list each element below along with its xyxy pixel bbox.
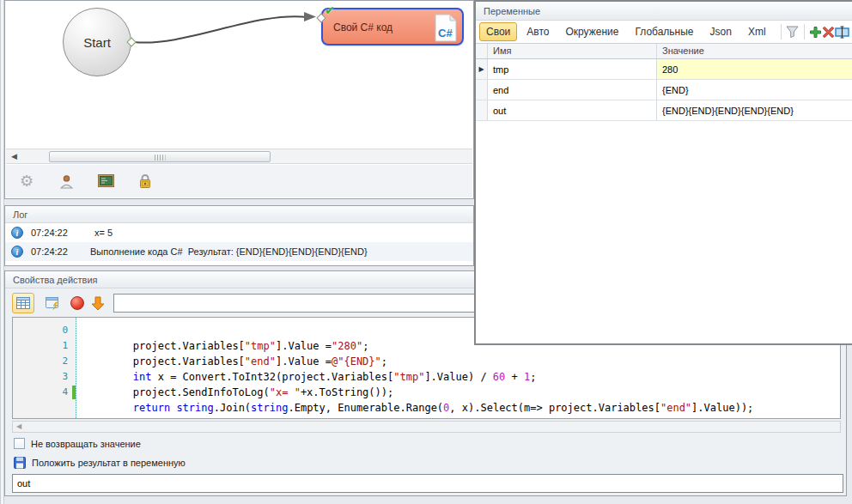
scroll-left-arrow-icon[interactable]: ◀ [11,152,17,161]
delete-icon[interactable] [822,23,835,40]
row-indicator-column [476,44,488,58]
var-value-cell[interactable]: 280 [657,59,852,79]
add-icon[interactable] [809,23,822,40]
tab-auto[interactable]: Авто [520,22,556,41]
chalkboard-icon[interactable] [97,173,114,190]
gear-icon[interactable]: ⚙ [18,173,35,190]
log-message: Выполнение кода C# Результат: {END}{END}… [90,246,368,257]
tab-json[interactable]: Json [703,22,739,41]
log-message: x= 5 [94,228,113,238]
result-variable-input[interactable] [12,474,843,493]
info-icon: i [11,227,23,239]
log-entry[interactable]: i 07:24:22 Выполнение кода C# Результат:… [5,242,473,261]
log-panel: Лог i 07:24:22 x= 5 i 07:24:22 Выполнени… [4,205,474,266]
success-check-icon: ✔ [325,3,335,17]
canvas-scrollbar-thumb[interactable] [49,151,271,162]
tab-global[interactable]: Глобальные [628,22,700,41]
put-result-option: Положить результат в переменную [14,457,186,469]
log-time: 07:24:22 [31,228,76,238]
table-row[interactable]: end {END} [476,80,852,100]
toolbar-search-input[interactable] [113,294,477,313]
var-value-cell[interactable]: {END}{END}{END}{END}{END} [657,100,852,120]
info-icon: i [11,246,23,258]
code-gutter: 0 1 2 3 4 [13,318,76,418]
properties-toolbar [5,289,477,317]
tab-environment[interactable]: Окружение [558,22,625,41]
tab-own[interactable]: Свои [479,22,517,41]
record-icon[interactable] [70,296,84,310]
table-row[interactable]: ▶ tmp 280 [476,59,852,80]
down-arrow-icon[interactable] [91,296,105,311]
lock-icon[interactable] [137,173,154,190]
properties-panel-title: Свойства действия [13,275,98,285]
variables-panel-title: Переменные [484,6,540,16]
line-number: 0 [62,323,68,338]
table-view-icon[interactable] [12,293,34,313]
flow-canvas[interactable]: Start ✔ Свой C# код C# [5,1,473,149]
block-label: Свой C# код [333,21,393,33]
csharp-file-icon: C# [435,14,457,42]
line-number: 2 [62,354,68,369]
log-entry[interactable]: i 07:24:22 x= 5 [5,223,473,242]
var-name-cell[interactable]: out [488,100,657,120]
column-header-name[interactable]: Имя [488,44,657,58]
changed-line-marker [72,386,76,399]
csharp-icon-text: C# [438,27,453,39]
variables-table-header: Имя Значение [476,44,852,59]
column-header-value[interactable]: Значение [657,44,852,58]
start-node-label: Start [83,35,111,50]
variables-panel: Переменные Свои Авто Окружение Глобальны… [474,0,852,345]
rename-icon[interactable] [835,23,850,40]
variables-panel-header: Переменные [476,2,852,21]
code-view-icon[interactable] [41,293,64,313]
no-return-option[interactable]: Не возвращать значение [14,438,141,449]
log-panel-title: Лог [13,209,27,220]
scroll-left-arrow-icon[interactable]: ◀ [16,422,21,430]
code-horizontal-scrollbar[interactable]: ◀ [12,421,841,433]
row-indicator-cell [476,80,488,100]
scrollbar-grip [155,155,166,161]
var-value-cell[interactable]: {END} [657,80,852,100]
no-return-label: Не возвращать значение [31,439,141,449]
start-node[interactable]: Start [63,8,131,76]
no-return-checkbox[interactable] [14,438,25,449]
canvas-horizontal-scrollbar[interactable]: ◀ [6,149,472,164]
line-number: 1 [62,338,68,354]
log-time: 07:24:22 [31,246,76,257]
variables-tabs: Свои Авто Окружение Глобальные Json Xml [476,21,852,44]
line-number: 3 [62,369,68,385]
flow-canvas-panel: Start ✔ Свой C# код C# ◀ ⚙ [4,0,474,199]
row-indicator-cell [476,100,488,120]
csharp-code-block[interactable]: ✔ Свой C# код C# [321,8,464,46]
log-panel-header: Лог [5,206,473,223]
line-number: 4 [62,385,68,400]
tab-xml[interactable]: Xml [741,22,773,41]
row-indicator-icon: ▶ [476,59,488,79]
put-result-label: Положить результат в переменную [32,458,186,468]
var-name-cell[interactable]: end [488,80,657,100]
canvas-toolbar: ⚙ [6,165,472,197]
user-icon[interactable] [58,173,75,190]
table-row[interactable]: out {END}{END}{END}{END}{END} [476,100,852,121]
var-name-cell[interactable]: tmp [488,59,657,79]
save-icon [14,457,26,469]
filter-icon[interactable] [786,23,799,40]
